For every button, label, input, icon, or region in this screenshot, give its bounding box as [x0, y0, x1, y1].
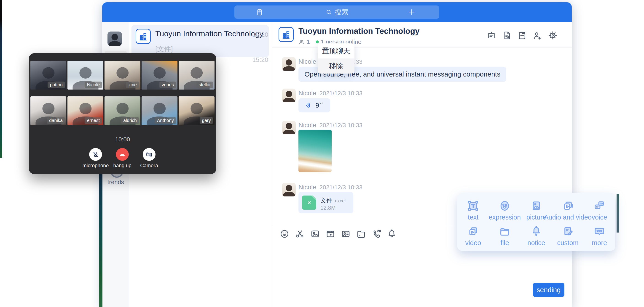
attach-item-file[interactable]: file: [489, 225, 520, 251]
participant-tile: venus: [142, 61, 178, 89]
hang-up-button[interactable]: [116, 148, 129, 161]
conversation-title: Tuoyun Information Technology: [155, 29, 264, 38]
attach-label: text: [468, 214, 479, 221]
chat-panel: Tuoyun Information Technology 1 1 person…: [272, 22, 572, 307]
screenshot-scissors-icon[interactable]: [295, 229, 305, 239]
voice-duration: 9``: [315, 101, 324, 109]
attach-label: video: [465, 239, 481, 247]
attach-label: voice: [592, 214, 607, 221]
building-icon: [281, 29, 291, 39]
message-timestamp: 2021/12/3 10:33: [320, 122, 362, 129]
microphone-mute-button[interactable]: [89, 148, 102, 161]
settings-gear-icon[interactable]: [548, 31, 558, 40]
send-video-icon[interactable]: [326, 229, 336, 239]
file-message-bubble[interactable]: 文件 .excel 12.8M: [298, 192, 353, 213]
attach-label: notice: [527, 239, 545, 247]
building-icon: [138, 31, 148, 41]
sender-name: Nicole: [298, 184, 316, 191]
attach-item-more[interactable]: more: [584, 225, 615, 251]
message-meta: Nicole 2021/12/3 10:33: [298, 89, 362, 97]
chat-header-actions: [487, 31, 558, 40]
microphone-label: microphone: [82, 163, 109, 169]
conversation-preview: [文件]: [155, 44, 173, 54]
camera-toggle-button[interactable]: [143, 148, 156, 161]
participant-name: danika: [47, 117, 65, 124]
screen: 搜索 trends Tuoyun Information Technology …: [0, 0, 644, 307]
file-extension: .excel: [334, 198, 346, 204]
message-meta: Nicole 2021/12/3 10:33: [298, 121, 362, 129]
context-menu: 置顶聊天 移除: [318, 43, 354, 73]
image-message-beach[interactable]: [298, 130, 332, 172]
file-folder-icon: [498, 225, 511, 238]
participant-tile: Anthony: [142, 96, 178, 125]
chat-title: Tuoyun Information Technology: [298, 26, 420, 36]
voice-message-bubble[interactable]: 9``: [298, 98, 330, 112]
video-call-icon[interactable]: [372, 229, 382, 239]
page-background-artifact: [99, 169, 102, 307]
attach-item-picture[interactable]: picture: [520, 199, 552, 225]
voice-icon: [593, 199, 606, 212]
members-icon: [298, 39, 305, 45]
sender-name: Nicole: [298, 89, 316, 97]
menu-item-pin-chat[interactable]: 置顶聊天: [318, 43, 354, 58]
message-avatar[interactable]: [282, 183, 296, 196]
participant-tile: Nicole: [68, 61, 103, 89]
camera-muted-icon: [145, 151, 153, 158]
participant-name: zoie: [126, 81, 139, 88]
attach-label: custom: [557, 239, 578, 247]
group-avatar: [278, 27, 294, 42]
menu-item-remove[interactable]: 移除: [318, 58, 354, 73]
add-member-icon[interactable]: [533, 31, 542, 40]
custom-message-icon: [562, 225, 574, 238]
message-avatar[interactable]: [282, 89, 296, 102]
picture-icon: [530, 199, 543, 212]
notice-bell-icon[interactable]: [387, 229, 397, 239]
camera-label: Camera: [136, 163, 163, 169]
attach-item-expression[interactable]: expression: [489, 199, 520, 225]
notice-bell-icon: [530, 225, 543, 238]
file-name: 文件: [320, 196, 332, 204]
send-picture-icon[interactable]: [310, 229, 320, 239]
chat-header: Tuoyun Information Technology 1 1 person…: [272, 22, 572, 47]
voice-wave-icon: [305, 102, 312, 109]
attach-item-voice[interactable]: voice: [584, 199, 615, 225]
file-name-row: 文件 .excel: [320, 196, 346, 204]
hang-up-label: hang up: [109, 163, 136, 169]
participant-grid: patton Nicole zoie venus stellar danika …: [30, 61, 215, 125]
message-avatar[interactable]: [282, 121, 296, 134]
group-file-icon[interactable]: [517, 31, 527, 40]
group-notice-icon[interactable]: [487, 31, 496, 40]
member-count: 1: [307, 38, 310, 45]
message-avatar[interactable]: [282, 57, 296, 71]
excel-file-icon: [302, 196, 316, 210]
search-bar[interactable]: 搜索: [234, 5, 439, 19]
more-icon: [593, 225, 606, 238]
attach-item-audio-video[interactable]: Audio and video: [552, 199, 584, 225]
rail-item-trends[interactable]: trends: [102, 179, 129, 186]
add-icon[interactable]: [408, 8, 416, 16]
message-timestamp: 2021/12/3 10:33: [320, 184, 362, 191]
participant-name: ernest: [84, 117, 102, 124]
contact-card-icon[interactable]: [341, 229, 351, 239]
page-background-artifact: [0, 0, 2, 158]
participant-tile: danika: [30, 96, 66, 125]
conversation-item[interactable]: Tuoyun Information Technology 15:20 [文件]: [132, 25, 269, 57]
file-size: 12.8M: [320, 205, 336, 211]
attach-item-text[interactable]: text: [458, 199, 489, 225]
attach-item-custom[interactable]: custom: [552, 225, 584, 251]
participant-tile: zoie: [104, 61, 140, 89]
conversation-time: 15:20: [252, 31, 268, 38]
send-file-folder-icon[interactable]: [356, 229, 366, 239]
participant-name: patton: [48, 81, 65, 88]
app-header: 搜索: [102, 2, 572, 22]
send-button[interactable]: sending: [533, 283, 564, 297]
participant-name: gary: [200, 117, 213, 124]
group-avatar: [136, 29, 151, 44]
emoji-icon[interactable]: [280, 229, 290, 239]
hang-up-icon: [118, 151, 126, 158]
current-user-avatar[interactable]: [108, 31, 122, 46]
chat-history-search-icon[interactable]: [502, 31, 512, 40]
attach-item-notice[interactable]: notice: [520, 225, 552, 251]
attach-item-video[interactable]: video: [458, 225, 489, 251]
attach-label: more: [592, 239, 607, 247]
